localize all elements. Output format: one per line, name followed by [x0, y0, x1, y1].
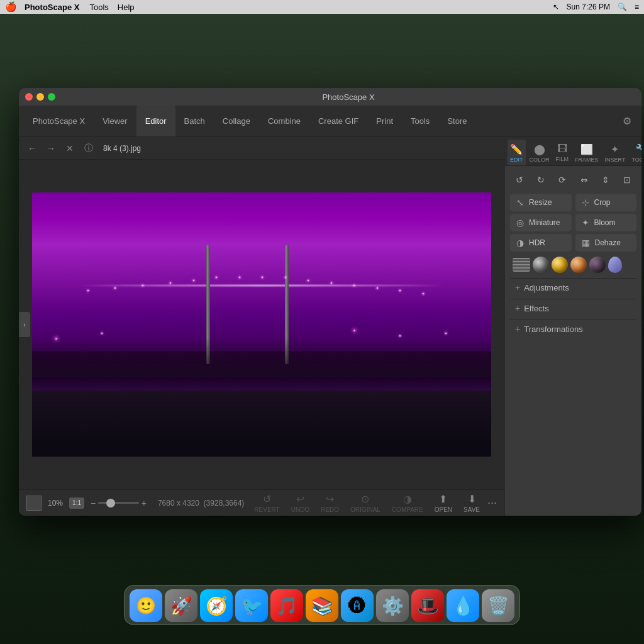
search-icon[interactable]: 🔍 [618, 3, 627, 11]
hdr-icon: ◑ [516, 238, 524, 248]
app-name-menu[interactable]: PhotoScape X [25, 3, 79, 12]
dock-trash[interactable]: 🗑️ [482, 589, 514, 622]
traffic-lights [25, 93, 55, 101]
crop-icon: ⊹ [582, 197, 589, 208]
effects-label: Effects [524, 304, 549, 313]
transformations-header[interactable]: + Transformations [515, 324, 631, 334]
music-icon: 🎵 [276, 596, 298, 616]
canvas-area: › [19, 160, 504, 489]
original-button[interactable]: ⊙ ORIGINAL [347, 493, 384, 513]
dock-books[interactable]: 📚 [306, 589, 338, 622]
lines-preset[interactable] [513, 258, 530, 272]
undo-button[interactable]: ↩ UNDO [287, 493, 313, 513]
back-button[interactable]: ← [25, 142, 39, 155]
dock-finder[interactable]: 🙂 [130, 589, 162, 622]
tab-store[interactable]: Store [438, 106, 475, 136]
minimize-button[interactable] [36, 93, 44, 101]
bloom-button[interactable]: ✦ Bloom [575, 214, 637, 231]
panel-tab-tools[interactable]: 🔧 TOOLS [629, 140, 641, 165]
miniature-bloom-row: ◎ Miniature ✦ Bloom [510, 214, 636, 231]
panel-tab-color[interactable]: ⬤ COLOR [527, 140, 552, 165]
dock-appstore[interactable]: 🅐 [341, 589, 374, 622]
zoom-thumb[interactable] [106, 499, 115, 508]
dock-remote[interactable]: 💧 [447, 589, 479, 622]
dock-launchpad[interactable]: 🚀 [165, 589, 197, 622]
titlebar: PhotoScape X [19, 88, 641, 106]
flip-v-button[interactable]: ⇕ [596, 171, 615, 189]
perspective-button[interactable]: ⊡ [618, 171, 636, 189]
menubar: 🍎 PhotoScape X Tools Help ↖ Sun 7:26 PM … [0, 0, 644, 14]
crop-button[interactable]: ⊹ Crop [575, 194, 637, 211]
edit-tab-icon: ✏️ [510, 143, 523, 155]
photo-rocks [32, 391, 491, 457]
resize-button[interactable]: ⤡ Resize [510, 194, 572, 211]
forward-button[interactable]: → [44, 142, 58, 155]
photo-canvas[interactable] [32, 192, 491, 457]
flip-h-button[interactable]: ⇔ [575, 171, 594, 189]
compare-button[interactable]: ◑ COMPARE [388, 493, 427, 513]
zoom-out-button[interactable]: − [91, 498, 96, 508]
close-image-button[interactable]: ✕ [63, 142, 77, 155]
adjustments-section: + Adjustments [510, 278, 636, 296]
zoom-slider[interactable] [98, 502, 138, 504]
status-bar: 10% 1:1 − + 7680 x 4320 (3928,3664) ↺ RE… [19, 489, 504, 516]
adjustments-header[interactable]: + Adjustments [515, 282, 631, 292]
panel-tab-film[interactable]: 🎞 FILM [553, 140, 572, 165]
water-drop-preset[interactable] [608, 257, 622, 273]
gray-sphere[interactable] [533, 257, 549, 273]
dark-sphere[interactable] [589, 257, 606, 273]
tab-tools[interactable]: Tools [402, 106, 438, 136]
rotate-180-button[interactable]: ⟳ [553, 171, 572, 189]
dock-preferences[interactable]: ⚙️ [376, 589, 409, 622]
open-button[interactable]: ⬆ OPEN [431, 493, 456, 513]
tab-print[interactable]: Print [367, 106, 402, 136]
frames-tab-icon: ⬜ [580, 143, 593, 155]
dock-safari[interactable]: 🧭 [200, 589, 233, 622]
panel-tab-frames[interactable]: ⬜ FRAMES [572, 140, 601, 165]
zoom-in-button[interactable]: + [142, 498, 147, 508]
revert-button[interactable]: ↺ REVERT [250, 493, 283, 513]
close-button[interactable] [25, 93, 33, 101]
rotate-cw-button[interactable]: ↻ [531, 171, 550, 189]
thumbnail-preview[interactable] [26, 496, 42, 511]
gold-sphere[interactable] [552, 257, 568, 273]
color-tab-icon: ⬤ [534, 143, 545, 155]
zoom-ratio-button[interactable]: 1:1 [69, 497, 84, 509]
film-tab-icon: 🎞 [557, 143, 567, 155]
fullscreen-button[interactable] [48, 93, 55, 101]
dehaze-button[interactable]: ▦ Dehaze [575, 234, 637, 252]
tab-creategif[interactable]: Create GIF [309, 106, 367, 136]
tab-editor[interactable]: Editor [136, 106, 175, 136]
rotate-ccw-button[interactable]: ↺ [510, 171, 529, 189]
apple-menu[interactable]: 🍎 [5, 1, 17, 13]
nav-brand: PhotoScape X [24, 106, 94, 136]
info-button[interactable]: ⓘ [82, 142, 96, 155]
tab-collage[interactable]: Collage [214, 106, 259, 136]
effects-header[interactable]: + Effects [515, 303, 631, 313]
dock-music[interactable]: 🎵 [270, 589, 303, 622]
help-menu[interactable]: Help [118, 3, 135, 12]
save-button[interactable]: ⬇ SAVE [460, 493, 484, 513]
redo-button[interactable]: ↪ REDO [317, 493, 343, 513]
hdr-button[interactable]: ◑ HDR [510, 234, 572, 252]
menu-icon[interactable]: ≡ [635, 3, 639, 11]
nav-tabs: PhotoScape X Viewer Editor Batch Collage… [19, 106, 641, 137]
panel-tab-insert[interactable]: ✦ INSERT [602, 140, 628, 165]
side-panel-toggle[interactable]: › [19, 312, 30, 337]
copper-sphere[interactable] [570, 257, 587, 273]
tab-batch[interactable]: Batch [175, 106, 214, 136]
clock: Sun 7:26 PM [567, 3, 610, 11]
bridge-lights [78, 285, 445, 286]
tab-combine[interactable]: Combine [259, 106, 309, 136]
dock-alfred[interactable]: 🎩 [411, 589, 444, 622]
miniature-button[interactable]: ◎ Miniature [510, 214, 572, 231]
settings-button[interactable]: ⚙ [618, 106, 636, 136]
status-actions: ↺ REVERT ↩ UNDO ↪ REDO ⊙ ORIGINAL [250, 493, 497, 513]
safari-icon: 🧭 [206, 596, 228, 616]
tools-menu[interactable]: Tools [89, 3, 108, 12]
panel-tab-edit[interactable]: ✏️ EDIT [508, 140, 526, 165]
tab-viewer[interactable]: Viewer [94, 106, 136, 136]
more-button[interactable]: ··· [487, 496, 497, 509]
dock-twitter[interactable]: 🐦 [235, 589, 268, 622]
miniature-icon: ◎ [516, 218, 524, 228]
